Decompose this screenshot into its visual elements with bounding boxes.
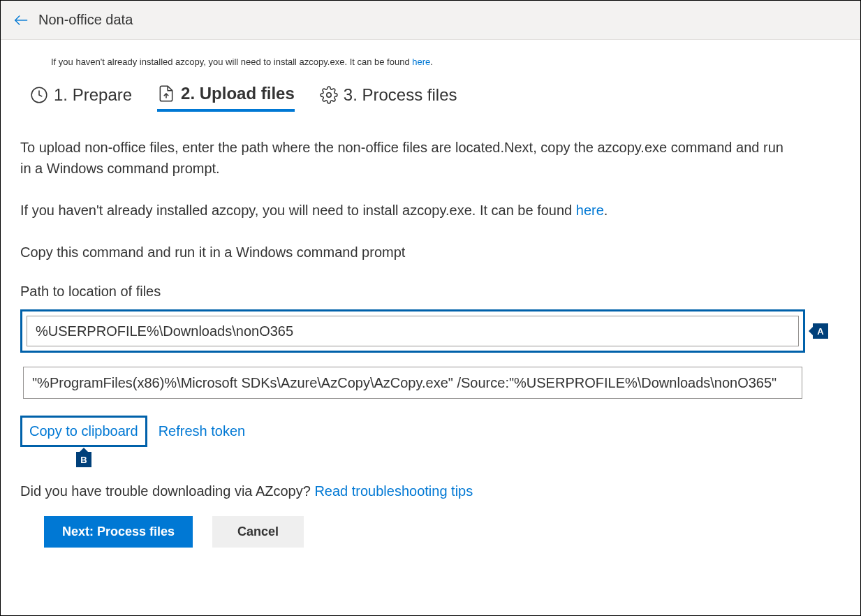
intro-text: To upload non-office files, enter the pa… bbox=[20, 137, 788, 179]
tab-process-files[interactable]: 3. Process files bbox=[320, 85, 457, 110]
cancel-button[interactable]: Cancel bbox=[212, 516, 304, 548]
install-note-text: If you haven't already installed azcopy,… bbox=[51, 57, 412, 67]
tab-upload-files[interactable]: 2. Upload files bbox=[157, 84, 295, 112]
copy-button-highlight: Copy to clipboard B bbox=[20, 416, 147, 447]
troubleshooting-link[interactable]: Read troubleshooting tips bbox=[314, 483, 473, 499]
refresh-token-button[interactable]: Refresh token bbox=[159, 423, 246, 439]
next-process-files-button[interactable]: Next: Process files bbox=[44, 516, 193, 548]
file-upload-icon bbox=[157, 85, 175, 103]
install-note-top: If you haven't already installed azcopy,… bbox=[51, 57, 841, 67]
tab-prepare-label: 1. Prepare bbox=[54, 85, 132, 105]
path-label: Path to location of files bbox=[20, 284, 841, 300]
page-title: Non-office data bbox=[38, 12, 133, 28]
install-line-suffix: . bbox=[604, 203, 608, 218]
page-header: Non-office data bbox=[1, 1, 860, 40]
gear-icon bbox=[320, 86, 338, 104]
path-input-highlight: A bbox=[20, 309, 805, 353]
copy-to-clipboard-button[interactable]: Copy to clipboard bbox=[29, 423, 138, 439]
trouble-line: Did you have trouble downloading via AZc… bbox=[20, 483, 841, 499]
install-here-link[interactable]: here bbox=[576, 203, 604, 218]
tab-upload-label: 2. Upload files bbox=[181, 84, 295, 103]
tab-process-label: 3. Process files bbox=[344, 85, 457, 105]
install-line: If you haven't already installed azcopy,… bbox=[20, 200, 788, 221]
trouble-prefix: Did you have trouble downloading via AZc… bbox=[20, 483, 314, 499]
clock-icon bbox=[30, 86, 48, 104]
copy-instruction: Copy this command and run it in a Window… bbox=[20, 242, 788, 263]
svg-point-3 bbox=[327, 93, 332, 98]
callout-b: B bbox=[76, 452, 91, 467]
install-line-prefix: If you haven't already installed azcopy,… bbox=[20, 203, 576, 218]
tab-prepare[interactable]: 1. Prepare bbox=[30, 85, 132, 110]
path-input[interactable] bbox=[27, 316, 799, 346]
callout-a: A bbox=[813, 323, 828, 339]
install-here-link-top[interactable]: here bbox=[412, 57, 430, 67]
command-output: "%ProgramFiles(x86)%\Microsoft SDKs\Azur… bbox=[23, 367, 802, 399]
install-note-suffix: . bbox=[430, 57, 433, 67]
wizard-tabs: 1. Prepare 2. Upload files 3. Process fi… bbox=[30, 84, 841, 112]
back-arrow-icon[interactable] bbox=[13, 13, 29, 28]
